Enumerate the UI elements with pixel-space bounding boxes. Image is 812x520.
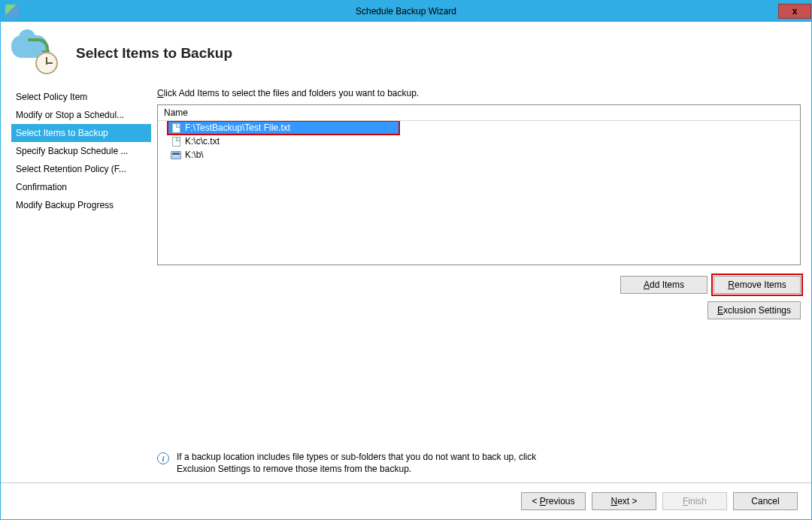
item-path: K:\b\	[185, 150, 204, 160]
backup-schedule-icon	[11, 32, 58, 74]
items-listbox[interactable]: Name F:\TestBackup\Test File.txt K:\c\c.…	[157, 104, 801, 265]
finish-button: Finish	[662, 492, 727, 510]
list-column-name[interactable]: Name	[158, 105, 800, 121]
exclusion-settings-button[interactable]: Exclusion Settings	[707, 301, 801, 319]
info-icon: i	[157, 452, 169, 464]
file-icon	[170, 136, 182, 147]
page-title: Select Items to Backup	[76, 45, 232, 62]
titlebar: Schedule Backup Wizard x	[1, 1, 811, 22]
sidebar-step-policy[interactable]: Select Policy Item	[11, 88, 151, 106]
close-button[interactable]: x	[778, 4, 811, 19]
list-item[interactable]: K:\c\c.txt	[158, 135, 800, 148]
instruction-text: Click Add Items to select the files and …	[157, 88, 801, 98]
close-icon: x	[792, 6, 798, 17]
item-path: K:\c\c.txt	[185, 136, 220, 147]
content-area: Select Items to Backup Select Policy Ite…	[1, 22, 811, 519]
add-items-button[interactable]: Add Items	[620, 276, 707, 294]
list-item[interactable]: K:\b\	[158, 148, 800, 162]
drive-icon	[170, 150, 182, 160]
previous-button[interactable]: < Previous	[521, 492, 586, 510]
list-body: F:\TestBackup\Test File.txt K:\c\c.txt K…	[158, 121, 800, 265]
sidebar-step-modify-stop[interactable]: Modify or Stop a Schedul...	[11, 106, 151, 124]
window-title: Schedule Backup Wizard	[1, 6, 811, 17]
remove-items-button[interactable]: Remove Items	[714, 276, 801, 294]
sidebar-step-retention[interactable]: Select Retention Policy (F...	[11, 160, 151, 178]
info-row: i If a backup location includes file typ…	[157, 443, 801, 482]
item-buttons-row: Add Items Remove Items	[157, 276, 801, 294]
step-sidebar: Select Policy Item Modify or Stop a Sche…	[11, 88, 151, 482]
item-path: F:\TestBackup\Test File.txt	[185, 122, 290, 133]
main-panel: Click Add Items to select the files and …	[151, 88, 801, 482]
sidebar-step-select-items[interactable]: Select Items to Backup	[11, 124, 151, 142]
wizard-header: Select Items to Backup	[1, 22, 811, 88]
next-button[interactable]: Next >	[592, 492, 656, 510]
exclusion-button-row: Exclusion Settings	[157, 301, 801, 319]
wizard-window: Schedule Backup Wizard x Select Items to…	[0, 0, 812, 520]
sidebar-step-schedule[interactable]: Specify Backup Schedule ...	[11, 142, 151, 160]
wizard-footer: < Previous Next > Finish Cancel	[1, 482, 811, 519]
list-item[interactable]: F:\TestBackup\Test File.txt	[158, 121, 800, 135]
info-text: If a backup location includes file types…	[177, 451, 538, 475]
sidebar-step-progress[interactable]: Modify Backup Progress	[11, 196, 151, 214]
wizard-body: Select Policy Item Modify or Stop a Sche…	[1, 88, 811, 482]
file-icon	[170, 122, 182, 133]
sidebar-step-confirmation[interactable]: Confirmation	[11, 178, 151, 196]
app-icon	[5, 5, 19, 18]
cancel-button[interactable]: Cancel	[733, 492, 798, 510]
